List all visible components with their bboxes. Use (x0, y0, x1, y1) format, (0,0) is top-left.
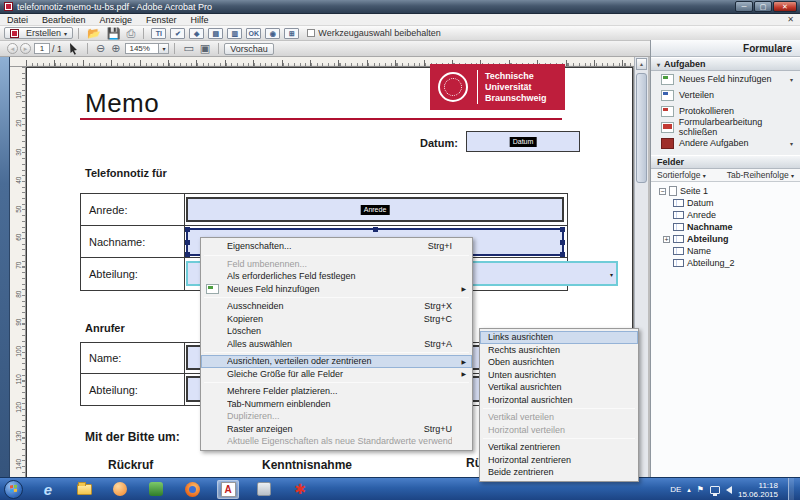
tab-order-dropdown[interactable]: Tab-Reihenfolge ▾ (727, 170, 794, 180)
signature-tool-icon[interactable]: ◉ (265, 28, 280, 39)
tree-item-abteilung[interactable]: + Abteilung (651, 233, 800, 245)
taskbar-firefox[interactable] (181, 480, 203, 499)
taskbar-green-app[interactable] (145, 480, 167, 499)
save-icon[interactable]: 💾 (107, 27, 121, 40)
zoom-out-icon[interactable]: ⊖ (96, 42, 105, 55)
task-andere-aufgaben[interactable]: Andere Aufgaben ▾ (651, 135, 800, 151)
submenu-item-links-ausrichten[interactable]: Links ausrichten (480, 331, 638, 344)
previous-page-icon[interactable]: ◄ (7, 43, 18, 54)
zoom-dropdown-icon[interactable]: ▾ (159, 43, 169, 54)
print-icon[interactable]: ⎙ (127, 27, 136, 40)
erstellen-button[interactable]: Erstellen ▾ (4, 27, 73, 39)
menu-item-raster-anzeigen[interactable]: Raster anzeigenStrg+U (201, 423, 472, 436)
menu-datei[interactable]: Datei (0, 15, 35, 25)
submenu-item-rechts-ausrichten[interactable]: Rechts ausrichten (480, 344, 638, 357)
task-formularbearbeitung-schliessen[interactable]: Formularbearbeitung schließen (651, 119, 800, 135)
menu-fenster[interactable]: Fenster (139, 15, 184, 25)
taskbar-red-app[interactable]: ✱ (289, 480, 311, 499)
taskbar-media-app[interactable] (109, 480, 131, 499)
menu-item-alles-auswaehlen[interactable]: Alles auswählenStrg+A (201, 338, 472, 351)
fit-page-icon[interactable]: ▣ (200, 42, 210, 55)
radio-button-tool-icon[interactable]: ◈ (189, 28, 204, 39)
barcode-tool-icon[interactable]: ⊞ (284, 28, 299, 39)
ruler-label: 10 (10, 87, 26, 103)
menu-item-kopieren[interactable]: KopierenStrg+C (201, 313, 472, 326)
start-button[interactable] (4, 480, 23, 499)
text-field-icon (673, 199, 684, 207)
zoom-in-icon[interactable]: ⊕ (111, 42, 120, 55)
document-close-icon[interactable]: ✕ (787, 15, 794, 24)
button-tool-icon[interactable]: OK (246, 28, 261, 39)
taskbar-acrobat-active[interactable]: A (217, 480, 239, 499)
maximize-button[interactable]: ▢ (754, 1, 772, 12)
fields-section-header[interactable]: Felder (651, 155, 800, 169)
check-box-tool-icon[interactable]: ✔ (170, 28, 185, 39)
submenu-item-vertikal-ausrichten[interactable]: Vertikal ausrichten (480, 381, 638, 394)
volume-icon[interactable] (726, 486, 732, 494)
task-verteilen[interactable]: Verteilen (651, 87, 800, 103)
network-icon[interactable] (710, 486, 720, 494)
tree-item-name[interactable]: Name (651, 245, 800, 257)
submenu-arrow-icon: ▶ (461, 358, 466, 365)
fit-width-icon[interactable]: ▭ (183, 42, 193, 55)
tree-item-nachname[interactable]: Nachname (651, 221, 800, 233)
taskbar-internet-explorer[interactable]: e (37, 480, 59, 499)
menu-item-gleiche-groesse[interactable]: Gleiche Größe für alle Felder ▶ (201, 368, 472, 381)
page-number-input[interactable]: 1 (34, 43, 50, 54)
menu-item-ausschneiden[interactable]: AusschneidenStrg+X (201, 300, 472, 313)
submenu-item-horizontal-ausrichten[interactable]: Horizontal ausrichten (480, 394, 638, 407)
menu-item-loeschen[interactable]: Löschen (201, 325, 472, 338)
datum-form-field[interactable]: Datum (466, 131, 580, 152)
task-neues-feld[interactable]: Neues Feld hinzufügen ▾ (651, 71, 800, 87)
select-tool-icon[interactable] (69, 43, 79, 55)
taskbar-explorer[interactable] (73, 480, 95, 499)
submenu-item-vertikal-zentrieren[interactable]: Vertikal zentrieren (480, 441, 638, 454)
submenu-item-oben-ausrichten[interactable]: Oben ausrichten (480, 356, 638, 369)
scroll-up-icon[interactable]: ▲ (636, 58, 647, 70)
menu-item-tab-nummern[interactable]: Tab-Nummern einblenden (201, 398, 472, 411)
menu-item-mehrere-felder[interactable]: Mehrere Felder platzieren... (201, 385, 472, 398)
hidden-icons-arrow[interactable]: ▴ (687, 486, 691, 494)
menu-item-neues-feld[interactable]: Neues Feld hinzufügen ▶ (201, 283, 472, 296)
submenu-item-unten-ausrichten[interactable]: Unten ausrichten (480, 369, 638, 382)
zoom-level-input[interactable]: 145% (125, 43, 159, 54)
tree-item-seite1[interactable]: − Seite 1 (651, 185, 800, 197)
page-icon (669, 186, 677, 196)
vorschau-button[interactable]: Vorschau (224, 43, 274, 55)
keep-tool-checkbox[interactable] (307, 29, 315, 37)
menu-anzeige[interactable]: Anzeige (93, 15, 140, 25)
menu-item-eigenschaften[interactable]: Eigenschaften...Strg+I (201, 240, 472, 253)
menu-item-erforderliches-feld[interactable]: Als erforderliches Feld festlegen (201, 270, 472, 283)
action-center-flag-icon[interactable]: ⚑ (697, 485, 704, 494)
acrobat-icon: A (221, 482, 236, 497)
row-label-name: Name: (89, 352, 121, 364)
taskbar-gray-app[interactable] (253, 480, 275, 499)
language-indicator[interactable]: DE (670, 485, 681, 494)
submenu-item-horizontal-zentrieren[interactable]: Horizontal zentrieren (480, 454, 638, 467)
expander-open-icon[interactable]: − (659, 188, 666, 195)
window-title: telefonnotiz-memo-tu-bs.pdf - Adobe Acro… (17, 2, 212, 12)
submenu-item-beide-zentrieren[interactable]: Beide zentrieren (480, 466, 638, 479)
show-desktop-button[interactable] (788, 478, 794, 500)
anrede-form-field[interactable]: Anrede (186, 197, 564, 222)
title-bar[interactable]: telefonnotiz-memo-tu-bs.pdf - Adobe Acro… (0, 0, 800, 14)
tree-item-abteilung2[interactable]: Abteilung_2 (651, 257, 800, 269)
navigation-pane-strip[interactable] (0, 57, 10, 477)
open-file-icon[interactable]: 📂 (87, 27, 101, 40)
menu-hilfe[interactable]: Hilfe (184, 15, 216, 25)
dropdown-tool-icon[interactable]: ▥ (227, 28, 242, 39)
scrollbar-thumb[interactable] (636, 73, 647, 183)
sort-order-dropdown[interactable]: Sortierfolge ▾ (657, 170, 706, 180)
tasks-section-header[interactable]: ▾ Aufgaben (651, 57, 800, 71)
next-page-icon[interactable]: ► (20, 43, 31, 54)
text-field-tool-icon[interactable]: TI (151, 28, 166, 39)
list-box-tool-icon[interactable]: ▤ (208, 28, 223, 39)
menu-bearbeiten[interactable]: Bearbeiten (35, 15, 93, 25)
tree-item-anrede[interactable]: Anrede (651, 209, 800, 221)
expander-closed-icon[interactable]: + (663, 236, 670, 243)
tree-item-datum[interactable]: Datum (651, 197, 800, 209)
tray-clock[interactable]: 11:1815.06.2015 (738, 481, 778, 499)
menu-item-ausrichten[interactable]: Ausrichten, verteilen oder zentrieren ▶ (201, 355, 472, 368)
minimize-button[interactable]: ─ (735, 1, 753, 12)
close-button[interactable]: ✕ (773, 1, 797, 12)
